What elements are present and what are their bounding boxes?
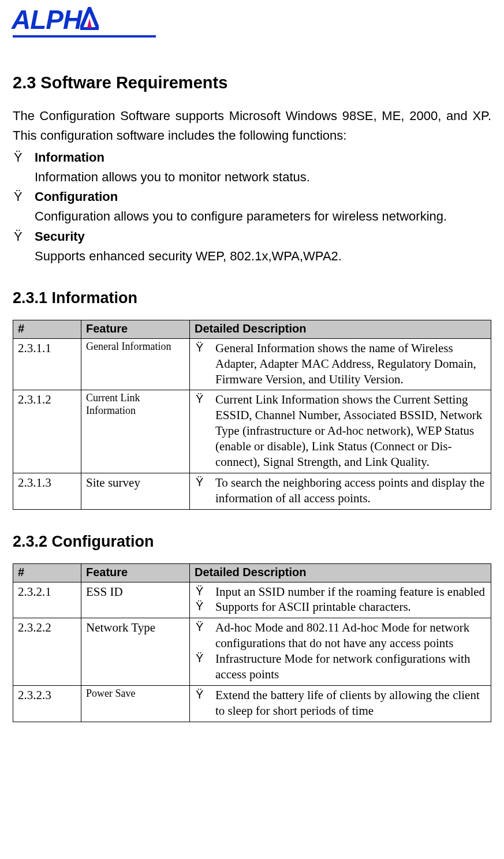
table-header-feature: Feature: [81, 563, 190, 582]
cell-num: 2.3.2.2: [13, 618, 81, 686]
table-row: 2.3.2.1 ESS ID Input an SSID number if t…: [13, 582, 491, 618]
table-header-desc: Detailed Description: [190, 320, 491, 338]
cell-feature: Site survey: [81, 473, 190, 509]
cell-desc-list: Input an SSID number if the roaming feat…: [195, 584, 487, 615]
configuration-table: # Feature Detailed Description 2.3.2.1 E…: [13, 563, 491, 722]
cell-num: 2.3.2.1: [13, 582, 81, 618]
cell-desc: Input an SSID number if the roaming feat…: [190, 582, 491, 618]
cell-desc: To search the neighboring access points …: [190, 473, 491, 509]
cell-desc-list: Ad-hoc Mode and 802.11 Ad-hoc Mode for n…: [195, 620, 487, 682]
table-header-feature: Feature: [81, 320, 190, 338]
cell-desc-list: Current Link Information shows the Curre…: [195, 392, 487, 469]
cell-desc-item: Current Link Information shows the Curre…: [195, 392, 487, 469]
brand-logo-a-icon: [80, 6, 99, 29]
cell-desc-item: Input an SSID number if the roaming feat…: [195, 584, 487, 600]
table-header-row: # Feature Detailed Description: [13, 320, 491, 338]
intro-bullet-body: Configuration allows you to configure pa…: [35, 207, 491, 226]
table-row: 2.3.2.2 Network Type Ad-hoc Mode and 802…: [13, 618, 491, 686]
cell-feature: General Information: [81, 338, 190, 390]
cell-num: 2.3.1.1: [13, 338, 81, 390]
cell-num: 2.3.1.2: [13, 390, 81, 473]
brand-logo-text-left: ALPH: [12, 6, 81, 33]
table-header-desc: Detailed Description: [190, 563, 491, 582]
table-row: 2.3.1.3 Site survey To search the neighb…: [13, 473, 491, 509]
cell-desc-list: To search the neighboring access points …: [195, 475, 487, 506]
table-header-num: #: [13, 320, 81, 338]
cell-num: 2.3.1.3: [13, 473, 81, 509]
intro-bullet-title: Security: [35, 229, 85, 244]
intro-bullet-body: Supports enhanced security WEP, 802.1x,W…: [35, 247, 491, 266]
cell-desc-item: Supports for ASCII printable characters.: [195, 599, 487, 615]
subsection-heading-configuration: 2.3.2 Configuration: [13, 533, 491, 551]
cell-feature: Current Link Information: [81, 390, 190, 473]
intro-paragraph: The Configuration Software supports Micr…: [13, 106, 491, 145]
cell-desc: General Information shows the name of Wi…: [190, 338, 491, 390]
brand-logo: ALPH: [12, 6, 491, 33]
cell-desc-list: General Information shows the name of Wi…: [195, 341, 487, 387]
cell-desc-list: Extend the battery life of clients by al…: [195, 688, 487, 719]
table-header-row: # Feature Detailed Description: [13, 563, 491, 582]
intro-bullet: Security Supports enhanced security WEP,…: [13, 227, 491, 266]
cell-num: 2.3.2.3: [13, 685, 81, 722]
subsection-heading-information: 2.3.1 Information: [13, 289, 491, 307]
cell-feature: ESS ID: [81, 582, 190, 618]
table-row: 2.3.2.3 Power Save Extend the battery li…: [13, 685, 491, 722]
intro-bullet: Configuration Configuration allows you t…: [13, 187, 491, 226]
cell-desc: Current Link Information shows the Curre…: [190, 390, 491, 473]
intro-bullet-list: Information Information allows you to mo…: [13, 148, 491, 266]
cell-desc-item: Ad-hoc Mode and 802.11 Ad-hoc Mode for n…: [195, 620, 487, 651]
cell-desc-item: Infrastructure Mode for network configur…: [195, 651, 487, 682]
section-heading: 2.3 Software Requirements: [13, 73, 491, 92]
intro-bullet-title: Configuration: [35, 189, 118, 204]
table-header-num: #: [13, 563, 81, 582]
table-row: 2.3.1.1 General Information General Info…: [13, 338, 491, 390]
information-table: # Feature Detailed Description 2.3.1.1 G…: [13, 320, 491, 510]
brand-underline: [13, 35, 156, 38]
cell-feature: Network Type: [81, 618, 190, 686]
cell-desc-item: General Information shows the name of Wi…: [195, 341, 487, 387]
cell-desc: Ad-hoc Mode and 802.11 Ad-hoc Mode for n…: [190, 618, 491, 686]
intro-bullet-title: Information: [35, 150, 104, 165]
intro-bullet-body: Information allows you to monitor networ…: [35, 167, 491, 187]
document-page: ALPH 2.3 Software Requirements The Confi…: [0, 0, 504, 745]
cell-desc: Extend the battery life of clients by al…: [190, 685, 491, 722]
svg-marker-1: [87, 18, 92, 28]
cell-desc-item: Extend the battery life of clients by al…: [195, 688, 487, 719]
cell-desc-item: To search the neighboring access points …: [195, 475, 487, 506]
table-row: 2.3.1.2 Current Link Information Current…: [13, 390, 491, 473]
cell-feature: Power Save: [81, 685, 190, 722]
intro-bullet: Information Information allows you to mo…: [13, 148, 491, 187]
